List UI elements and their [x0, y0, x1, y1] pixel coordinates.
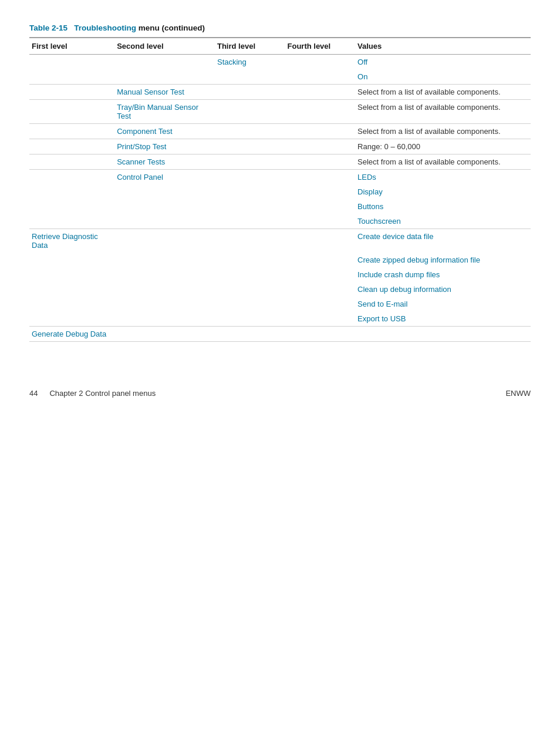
table-row: Buttons — [29, 199, 531, 214]
table-row: Include crash dump files — [29, 267, 531, 282]
table-row: Touchscreen — [29, 214, 531, 229]
cell-second — [114, 69, 215, 85]
table-row: On — [29, 69, 531, 85]
cell-values: Clean up debug information — [355, 282, 531, 297]
col-header-values: Values — [355, 38, 531, 55]
cell-third — [215, 154, 285, 170]
cell-values — [355, 327, 531, 342]
cell-second — [114, 55, 215, 70]
table-row: Retrieve Diagnostic DataCreate device da… — [29, 229, 531, 253]
cell-fourth — [285, 100, 356, 124]
cell-fourth — [285, 229, 356, 253]
cell-third: Stacking — [215, 55, 285, 70]
cell-values: Touchscreen — [355, 214, 531, 229]
cell-first — [29, 69, 114, 85]
cell-fourth — [285, 139, 356, 154]
cell-fourth — [285, 311, 356, 327]
cell-first: Retrieve Diagnostic Data — [29, 229, 114, 253]
cell-second: Component Test — [114, 124, 215, 139]
cell-second — [114, 199, 215, 214]
cell-first — [29, 139, 114, 154]
table-row: Tray/Bin Manual Sensor TestSelect from a… — [29, 100, 531, 124]
cell-third — [215, 69, 285, 85]
cell-third — [215, 170, 285, 185]
cell-second — [114, 327, 215, 342]
footer: 44 Chapter 2 Control panel menus ENWW — [29, 389, 531, 398]
cell-first — [29, 199, 114, 214]
cell-third — [215, 199, 285, 214]
col-header-third: Third level — [215, 38, 285, 55]
cell-third — [215, 253, 285, 267]
cell-second: Tray/Bin Manual Sensor Test — [114, 100, 215, 124]
table-row: Print/Stop TestRange: 0 – 60,000 — [29, 139, 531, 154]
table-header-row: First level Second level Third level Fou… — [29, 38, 531, 55]
cell-values: Range: 0 – 60,000 — [355, 139, 531, 154]
chapter-label: Chapter 2 Control panel menus — [49, 389, 156, 398]
cell-first — [29, 85, 114, 100]
cell-fourth — [285, 267, 356, 282]
cell-values: Send to E-mail — [355, 297, 531, 311]
cell-first — [29, 154, 114, 170]
cell-fourth — [285, 154, 356, 170]
cell-second — [114, 229, 215, 253]
cell-fourth — [285, 282, 356, 297]
table-link-word: Troubleshooting — [74, 23, 136, 32]
cell-second: Print/Stop Test — [114, 139, 215, 154]
col-header-second: Second level — [114, 38, 215, 55]
table-row: Component TestSelect from a list of avai… — [29, 124, 531, 139]
cell-fourth — [285, 253, 356, 267]
table-row: Generate Debug Data — [29, 327, 531, 342]
cell-second — [114, 214, 215, 229]
cell-third — [215, 100, 285, 124]
cell-fourth — [285, 69, 356, 85]
cell-second — [114, 311, 215, 327]
cell-third — [215, 85, 285, 100]
cell-values: LEDs — [355, 170, 531, 185]
table-row: Send to E-mail — [29, 297, 531, 311]
table-row: StackingOff — [29, 55, 531, 70]
cell-values: Display — [355, 184, 531, 199]
cell-second — [114, 282, 215, 297]
cell-third — [215, 139, 285, 154]
cell-third — [215, 229, 285, 253]
cell-second — [114, 297, 215, 311]
cell-fourth — [285, 85, 356, 100]
cell-fourth — [285, 214, 356, 229]
cell-third — [215, 214, 285, 229]
cell-first: Generate Debug Data — [29, 327, 114, 342]
col-header-fourth: Fourth level — [285, 38, 356, 55]
cell-first — [29, 124, 114, 139]
cell-values: Select from a list of available componen… — [355, 100, 531, 124]
cell-third — [215, 267, 285, 282]
cell-second — [114, 253, 215, 267]
table-row: Control PanelLEDs — [29, 170, 531, 185]
cell-first — [29, 214, 114, 229]
table-row: Export to USB — [29, 311, 531, 327]
cell-second: Manual Sensor Test — [114, 85, 215, 100]
cell-first — [29, 170, 114, 185]
cell-first — [29, 253, 114, 267]
cell-values: Create device data file — [355, 229, 531, 253]
cell-values: Select from a list of available componen… — [355, 85, 531, 100]
cell-values: Include crash dump files — [355, 267, 531, 282]
footer-left: 44 Chapter 2 Control panel menus — [29, 389, 156, 398]
cell-first — [29, 282, 114, 297]
cell-first — [29, 267, 114, 282]
footer-right: ENWW — [505, 389, 531, 398]
cell-fourth — [285, 327, 356, 342]
table-row: Display — [29, 184, 531, 199]
cell-values: Select from a list of available componen… — [355, 154, 531, 170]
cell-second — [114, 267, 215, 282]
cell-third — [215, 327, 285, 342]
cell-fourth — [285, 55, 356, 70]
cell-first — [29, 311, 114, 327]
cell-values: Buttons — [355, 199, 531, 214]
cell-fourth — [285, 199, 356, 214]
cell-fourth — [285, 184, 356, 199]
page-number: 44 — [29, 389, 38, 398]
cell-fourth — [285, 297, 356, 311]
cell-first — [29, 55, 114, 70]
main-table: First level Second level Third level Fou… — [29, 37, 531, 342]
cell-first — [29, 184, 114, 199]
cell-values: Off — [355, 55, 531, 70]
